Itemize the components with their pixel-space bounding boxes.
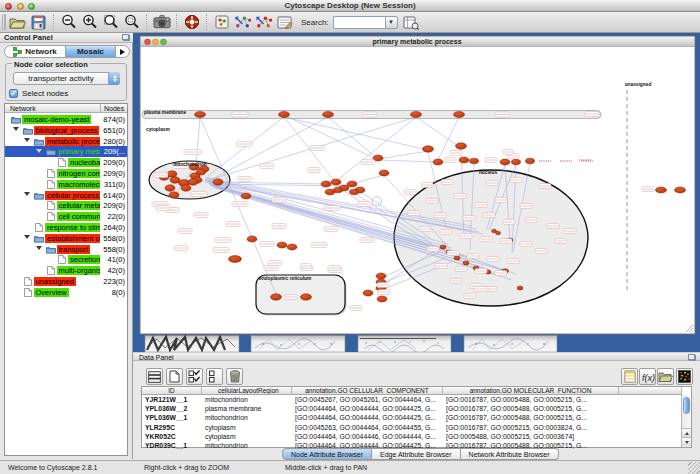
background-window[interactable] <box>464 336 557 353</box>
tree-row-primary-metabo[interactable]: primary metabo209(... <box>5 146 127 157</box>
network-node[interactable] <box>500 159 510 165</box>
minimize-window-button[interactable] <box>17 3 24 10</box>
background-window[interactable] <box>251 336 345 353</box>
tree-row-secretion[interactable]: secretion41(0) <box>5 254 127 265</box>
network-node[interactable] <box>454 256 460 260</box>
tab-mosaic[interactable]: Mosaic <box>65 46 116 57</box>
float-data-panel-icon[interactable] <box>689 355 696 361</box>
network-node[interactable] <box>517 286 523 290</box>
tab-network[interactable]: Network <box>5 46 65 57</box>
toolbar-grip[interactable] <box>2 14 7 30</box>
tree-row-cellular-process[interactable]: cellular process614(0) <box>5 190 127 201</box>
network-node[interactable] <box>379 170 389 176</box>
network-node[interactable] <box>241 193 251 199</box>
network-node[interactable] <box>165 185 175 191</box>
network-node[interactable] <box>277 242 287 248</box>
network-node[interactable] <box>411 112 422 118</box>
table-scrollbar[interactable] <box>681 395 691 447</box>
snapshot-button[interactable] <box>153 13 171 31</box>
network-canvas[interactable]: plasma membranecytoplasmmitochondrionnuc… <box>141 47 694 333</box>
tree-row-nucleobase-[interactable]: nucleobase-209(0) <box>5 157 127 168</box>
select-attributes-button[interactable] <box>186 368 203 385</box>
table-cell[interactable]: [GO:0044464, GO:0044444, GO:0044425, G..… <box>292 413 443 422</box>
network-node[interactable] <box>456 143 467 149</box>
tab-edge-attribute-browser[interactable]: Edge Attribute Browser <box>372 448 461 460</box>
table-cell[interactable]: [GO:0016787, GO:0005488, GO:0005215, G..… <box>443 395 619 404</box>
node-color-dropdown[interactable]: transporter activity <box>13 72 120 85</box>
network-node[interactable] <box>301 294 312 300</box>
network-node[interactable] <box>197 169 206 175</box>
save-session-button[interactable] <box>30 13 48 31</box>
network-node[interactable] <box>454 112 465 118</box>
zoom-selected-button[interactable] <box>123 13 141 31</box>
table-cell[interactable]: mitochondrion <box>202 395 292 404</box>
new-attribute-button[interactable] <box>166 368 183 385</box>
background-window[interactable] <box>145 336 239 353</box>
network-overlay-a-button[interactable] <box>234 13 252 31</box>
close-window-button[interactable] <box>5 3 12 10</box>
table-cell[interactable]: mitochondrion <box>202 413 292 422</box>
float-panel-icon[interactable] <box>123 35 130 41</box>
delete-attribute-button[interactable] <box>226 368 243 385</box>
table-cell[interactable]: [GO:0044464, GO:0044446, GO:0044444, G..… <box>292 432 443 441</box>
search-dropdown-button[interactable]: ▼ <box>385 16 398 29</box>
network-node[interactable] <box>334 187 343 193</box>
table-header-annotation-go-cellular-component[interactable]: annotation.GO CELLULAR_COMPONENT <box>292 387 443 395</box>
tree-expand-arrow-icon[interactable] <box>13 127 19 131</box>
table-cell[interactable]: plasma membrane <box>202 404 292 413</box>
table-cell[interactable]: [GO:0016787, GO:0005488, GO:0005215, G..… <box>443 413 619 422</box>
table-cell[interactable]: mitochondrion <box>202 441 292 450</box>
network-node[interactable] <box>470 158 479 164</box>
zoom-out-button[interactable] <box>60 13 78 31</box>
network-node[interactable] <box>321 181 331 187</box>
network-node[interactable] <box>656 187 667 193</box>
network-node[interactable] <box>440 245 446 249</box>
table-header-id[interactable]: ID <box>142 387 202 395</box>
tree-expand-arrow-icon[interactable] <box>24 138 30 142</box>
help-button[interactable] <box>183 13 201 31</box>
attribute-list-button[interactable] <box>621 368 638 385</box>
network-node[interactable] <box>496 231 501 235</box>
network-node[interactable] <box>347 181 357 187</box>
network-node[interactable] <box>181 185 191 191</box>
background-window[interactable] <box>358 336 451 353</box>
vizmapper-button[interactable] <box>276 13 294 31</box>
table-cell[interactable]: YPL036W__1 <box>142 413 202 422</box>
tree-row-cellular-metabo[interactable]: cellular metabo209(0) <box>5 200 127 211</box>
tree-expand-arrow-icon[interactable] <box>36 149 42 153</box>
frame-zoom-button[interactable] <box>161 39 167 45</box>
tree-row-macromolecule[interactable]: macromolecule311(0) <box>5 179 127 190</box>
zoom-window-button[interactable] <box>28 3 35 10</box>
network-node[interactable] <box>229 256 242 263</box>
table-cell[interactable]: YJR121W__1 <box>142 395 202 404</box>
table-cell[interactable]: YKR052C <box>142 432 202 441</box>
table-cell[interactable]: [GO:0005488, GO:0005215, GO:0003674] <box>443 432 619 441</box>
network-node[interactable] <box>247 236 257 242</box>
tree-expand-arrow-icon[interactable] <box>24 235 30 239</box>
table-cell[interactable]: cytoplasm <box>202 423 292 432</box>
table-cell[interactable]: [GO:0016787, GO:0005215, GO:0003824, G..… <box>443 423 619 432</box>
network-node[interactable] <box>350 189 359 195</box>
scroll-up-button[interactable] <box>682 428 691 437</box>
network-node[interactable] <box>188 179 198 185</box>
table-cell[interactable]: [GO:0045263, GO:0044464, GO:0044455, G..… <box>292 423 443 432</box>
network-node[interactable] <box>213 179 223 185</box>
network-node[interactable] <box>377 296 387 302</box>
table-cell[interactable]: YDR039C__1 <box>142 441 202 450</box>
tree-row-overview[interactable]: Overview8(0) <box>5 287 127 298</box>
network-node[interactable] <box>169 192 179 198</box>
tree-row-establishment-of-lo[interactable]: establishment of lo558(0) <box>5 233 127 244</box>
network-node[interactable] <box>331 179 341 185</box>
tab-node-attribute-browser[interactable]: Node Attribute Browser <box>282 448 372 460</box>
network-node[interactable] <box>271 294 282 300</box>
network-node[interactable] <box>376 273 386 279</box>
network-node[interactable] <box>287 244 297 250</box>
attribute-table[interactable]: ID_cellularLayoutRegionannotation.GO CEL… <box>141 386 692 448</box>
frame-minimize-button[interactable] <box>153 39 159 45</box>
zoom-in-button[interactable] <box>81 13 99 31</box>
scroll-down-button[interactable] <box>682 437 691 446</box>
attribute-grid-button[interactable] <box>146 368 163 385</box>
tree-row-unassigned[interactable]: unassigned223(0) <box>5 276 127 287</box>
network-node[interactable] <box>195 112 206 118</box>
import-attributes-button[interactable] <box>657 368 674 385</box>
